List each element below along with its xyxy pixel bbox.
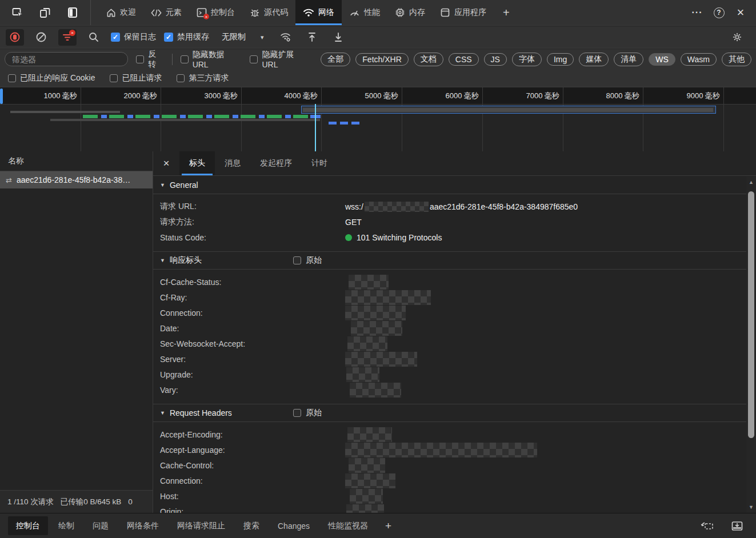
drawer-tab-rendering[interactable]: 绘制 [50, 516, 82, 535]
close-devtools-icon[interactable]: × [732, 4, 749, 21]
drawer-tab-changes[interactable]: Changes [270, 516, 318, 535]
request-headers-section-header[interactable]: ▼ Request Headers 原始 [153, 404, 746, 422]
filter-icon[interactable]: × [58, 29, 77, 46]
details-scrollbar[interactable]: ▲ ▼ [746, 176, 756, 513]
tab-initiator[interactable]: 发起程序 [250, 151, 302, 175]
filter-pill-js[interactable]: JS [484, 53, 507, 66]
filter-pill-font[interactable]: 字体 [512, 53, 542, 66]
drawer-tab-performance-monitor[interactable]: 性能监视器 [320, 516, 376, 535]
drawer-tab-network-request-blocking[interactable]: 网络请求阻止 [169, 516, 233, 535]
blocked-requests-checkbox[interactable] [110, 74, 118, 82]
preserve-log-checkbox[interactable]: ✓ [111, 33, 120, 42]
export-har-icon[interactable] [329, 29, 347, 46]
focus-panel-icon[interactable] [65, 5, 80, 20]
add-drawer-tab-button[interactable]: + [377, 513, 399, 538]
request-raw-toggle[interactable]: 原始 [293, 408, 322, 418]
filter-pill-all[interactable]: 全部 [321, 53, 350, 66]
tab-welcome[interactable]: 欢迎 [99, 0, 143, 25]
drawer-tab-console[interactable]: 控制台 [8, 516, 48, 535]
drawer-tab-issues[interactable]: 问题 [85, 516, 117, 535]
tab-application[interactable]: 应用程序 [433, 0, 494, 25]
help-icon[interactable]: ? [710, 4, 727, 21]
scrollbar-thumb[interactable] [748, 191, 754, 438]
waterfall-bar [10, 111, 120, 113]
request-url-label: 请求 URL: [160, 202, 345, 212]
invert-filter-toggle[interactable]: 反转 [136, 49, 164, 70]
disable-cache-toggle[interactable]: ✓ 禁用缓存 [164, 32, 209, 42]
response-headers-title: 响应标头 [170, 255, 202, 266]
blocked-response-cookies-checkbox[interactable] [8, 74, 16, 82]
blocked-requests-toggle[interactable]: 已阻止请求 [110, 73, 162, 83]
redacted-url-host [365, 202, 429, 212]
blocked-response-cookies-toggle[interactable]: 已阻止的响应 Cookie [8, 73, 95, 83]
tab-timing[interactable]: 计时 [302, 151, 337, 175]
network-overview-timeline[interactable]: 1000 毫秒 2000 毫秒 3000 毫秒 4000 毫秒 5000 毫秒 … [0, 87, 756, 151]
filter-pill-css[interactable]: CSS [449, 53, 479, 66]
tab-elements[interactable]: 元素 [143, 0, 189, 25]
import-har-icon[interactable] [303, 29, 321, 46]
response-headers-section-header[interactable]: ▼ 响应标头 原始 [153, 252, 746, 270]
disable-cache-checkbox[interactable]: ✓ [164, 33, 173, 42]
websocket-duration-bar [301, 106, 716, 114]
tab-messages[interactable]: 消息 [215, 151, 250, 175]
search-icon[interactable] [85, 29, 103, 46]
dock-to-bottom-icon[interactable] [730, 519, 745, 533]
filter-input[interactable] [5, 52, 128, 66]
redacted-value [345, 443, 537, 457]
record-network-log-button[interactable] [6, 29, 24, 46]
settings-gear-icon[interactable] [732, 29, 750, 46]
header-row: Cf-Cache-Status: [153, 274, 746, 290]
drawer-tab-network-conditions[interactable]: 网络条件 [119, 516, 167, 535]
hide-data-url-checkbox[interactable] [181, 55, 189, 63]
redacted-value [345, 352, 417, 367]
add-panel-button[interactable]: + [494, 0, 519, 25]
tab-headers[interactable]: 标头 [179, 151, 215, 175]
third-party-requests-checkbox[interactable] [177, 74, 185, 82]
name-column-header[interactable]: 名称 [0, 151, 153, 171]
response-raw-checkbox[interactable] [293, 256, 301, 264]
status-code-label: Status Code: [160, 233, 345, 242]
invert-checkbox[interactable] [136, 55, 144, 63]
scroll-up-icon[interactable]: ▲ [746, 178, 756, 187]
request-method-row: 请求方法: GET [153, 214, 746, 230]
hide-extension-url-checkbox[interactable] [250, 55, 258, 63]
panel-tabs: 欢迎 元素 × 控制台 源代码 网络 [99, 0, 519, 25]
inspect-element-icon[interactable] [10, 5, 25, 20]
timeline-cursor [315, 104, 316, 151]
header-row: Date: [153, 320, 746, 336]
filter-pill-doc[interactable]: 文档 [414, 53, 443, 66]
tab-network[interactable]: 网络 [295, 0, 342, 25]
tick-label: 2000 毫秒 [83, 91, 157, 101]
more-options-icon[interactable]: ··· [689, 4, 706, 21]
drawer-tab-search[interactable]: 搜索 [235, 516, 267, 535]
close-details-icon[interactable]: × [153, 151, 179, 175]
tab-sources[interactable]: 源代码 [242, 0, 295, 25]
filter-pill-img[interactable]: Img [547, 53, 574, 66]
request-raw-checkbox[interactable] [293, 409, 301, 417]
throttling-dropdown[interactable]: 无限制 ▾ [217, 30, 269, 44]
general-section-header[interactable]: ▼ General [153, 176, 746, 194]
preserve-log-toggle[interactable]: ✓ 保留日志 [111, 32, 156, 42]
device-emulation-icon[interactable] [38, 5, 53, 20]
filter-pill-fetch-xhr[interactable]: Fetch/XHR [355, 53, 408, 66]
scroll-down-icon[interactable]: ▼ [746, 503, 756, 512]
tab-label: 源代码 [264, 7, 288, 18]
filter-pill-manifest[interactable]: 清单 [614, 53, 643, 66]
rotate-device-icon[interactable] [700, 519, 715, 533]
filter-pill-media[interactable]: 媒体 [579, 53, 609, 66]
clear-network-log-icon[interactable] [32, 29, 50, 46]
hide-data-url-toggle[interactable]: 隐藏数据 URL [181, 50, 242, 69]
request-row[interactable]: ⇄ aaec21d6-281e-45f8-b42a-38… [0, 171, 153, 188]
tab-console[interactable]: × 控制台 [189, 0, 242, 25]
hide-extension-url-toggle[interactable]: 隐藏扩展 URL [250, 50, 311, 69]
header-row: Connection: [153, 305, 746, 320]
filter-pill-other[interactable]: 其他 [722, 53, 751, 66]
overview-left-grip[interactable] [0, 89, 3, 104]
response-raw-toggle[interactable]: 原始 [293, 255, 322, 266]
filter-pill-ws[interactable]: WS [649, 53, 675, 66]
tab-memory[interactable]: 内存 [387, 0, 433, 25]
third-party-requests-toggle[interactable]: 第三方请求 [177, 73, 229, 83]
tab-performance[interactable]: 性能 [342, 0, 387, 25]
network-conditions-icon[interactable] [277, 29, 295, 46]
filter-pill-wasm[interactable]: Wasm [681, 53, 717, 66]
